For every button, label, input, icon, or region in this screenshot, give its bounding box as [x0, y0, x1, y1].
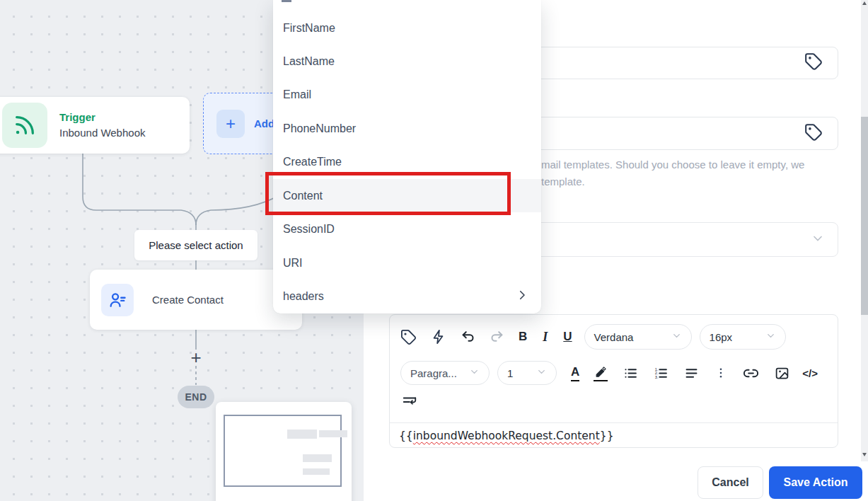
line-height-select[interactable]: 1 — [497, 361, 557, 385]
paragraph-style-select[interactable]: Paragra... — [400, 361, 490, 385]
dropdown-item-lastname[interactable]: LastName — [273, 45, 541, 78]
template-braces-open: {{ — [399, 430, 413, 442]
minimap-node — [287, 430, 317, 439]
undo-icon[interactable] — [461, 329, 476, 345]
chevron-down-icon — [811, 231, 825, 248]
underline-button[interactable]: U — [563, 330, 572, 344]
tag-icon[interactable] — [804, 123, 823, 144]
variable-picker-dropdown: FirstName LastName Email PhoneNumber Cre… — [273, 0, 541, 313]
chevron-down-icon — [536, 367, 547, 379]
save-action-button[interactable]: Save Action — [769, 466, 862, 499]
redo-icon[interactable] — [489, 329, 504, 345]
chevron-down-icon — [469, 367, 480, 379]
chevron-right-icon — [516, 289, 528, 304]
dropdown-item-phonenumber[interactable]: PhoneNumber — [273, 112, 541, 145]
font-family-select[interactable]: Verdana — [584, 324, 692, 350]
template-variable: inboundWebhookRequest.Content — [413, 430, 600, 442]
font-family-value: Verdana — [594, 331, 634, 343]
helper-text-line1: mail templates. Should you choose to lea… — [541, 156, 838, 173]
webhook-signal-icon — [2, 103, 47, 148]
lightning-icon[interactable] — [431, 329, 446, 345]
add-label: Add — [254, 117, 274, 129]
scrollbar-up-arrow[interactable] — [862, 1, 867, 5]
highlight-color-button[interactable] — [594, 365, 608, 381]
trigger-subtitle: Inbound Webhook — [59, 125, 146, 141]
font-size-value: 16px — [710, 331, 733, 343]
action-prompt-text: Please select action — [149, 239, 243, 251]
chevron-down-icon — [765, 330, 776, 343]
create-contact-node[interactable]: Create Contact — [90, 270, 302, 330]
scrollbar-thumb[interactable] — [861, 117, 868, 315]
tag-icon[interactable] — [804, 52, 823, 74]
align-icon[interactable] — [684, 366, 699, 381]
italic-button[interactable]: I — [543, 330, 548, 345]
link-icon[interactable] — [743, 365, 759, 381]
font-size-select[interactable]: 16px — [700, 324, 786, 350]
minimap-node — [319, 430, 347, 437]
add-step-plus-icon[interactable]: + — [186, 347, 206, 367]
action-prompt-label: Please select action — [134, 230, 257, 260]
tag-icon[interactable] — [400, 329, 417, 345]
paragraph-style-value: Paragra... — [410, 367, 457, 379]
dropdown-item-headers[interactable]: headers — [273, 280, 541, 313]
trigger-title: Trigger — [59, 110, 146, 125]
scrollbar-down-arrow[interactable] — [862, 453, 867, 456]
cancel-button[interactable]: Cancel — [698, 466, 763, 499]
helper-text: mail templates. Should you choose to lea… — [541, 156, 838, 190]
font-color-button[interactable]: A — [571, 365, 579, 381]
user-contact-icon — [101, 284, 134, 316]
template-braces-close: }} — [600, 430, 614, 442]
bold-button[interactable]: B — [519, 330, 527, 344]
line-height-value: 1 — [507, 367, 513, 379]
minimap-node — [303, 454, 332, 462]
image-icon[interactable] — [775, 366, 789, 381]
plus-icon: + — [216, 110, 245, 138]
dropdown-item-uri[interactable]: URI — [273, 246, 541, 280]
clipped-menu-item — [282, 0, 291, 2]
editor-divider — [390, 422, 838, 423]
svg-text:3.: 3. — [655, 374, 659, 379]
editor-content[interactable]: {{inboundWebhookRequest.Content}} — [399, 425, 823, 447]
bullet-list-icon[interactable] — [623, 366, 638, 381]
code-icon[interactable]: </> — [802, 367, 818, 379]
rich-text-editor[interactable]: B I U Verdana 16px Paragra... — [389, 314, 838, 448]
more-options-icon[interactable] — [714, 366, 727, 380]
helper-text-line2: template. — [541, 173, 838, 190]
end-badge: END — [178, 386, 214, 408]
dropdown-item-email[interactable]: Email — [273, 78, 541, 111]
create-contact-label: Create Contact — [152, 294, 224, 306]
numbered-list-icon[interactable]: 1. 2. 3. — [654, 366, 669, 381]
minimap-node — [303, 468, 330, 475]
minimap-viewport[interactable] — [224, 415, 342, 487]
dropdown-item-firstname[interactable]: FirstName — [273, 11, 541, 45]
chevron-down-icon — [671, 330, 682, 343]
dropdown-item-sessionid[interactable]: SessionID — [273, 212, 541, 246]
annotation-highlight-box — [265, 172, 511, 215]
text-wrap-icon[interactable] — [402, 394, 417, 410]
minimap[interactable] — [216, 402, 352, 501]
trigger-node[interactable]: Trigger Inbound Webhook — [0, 97, 190, 154]
